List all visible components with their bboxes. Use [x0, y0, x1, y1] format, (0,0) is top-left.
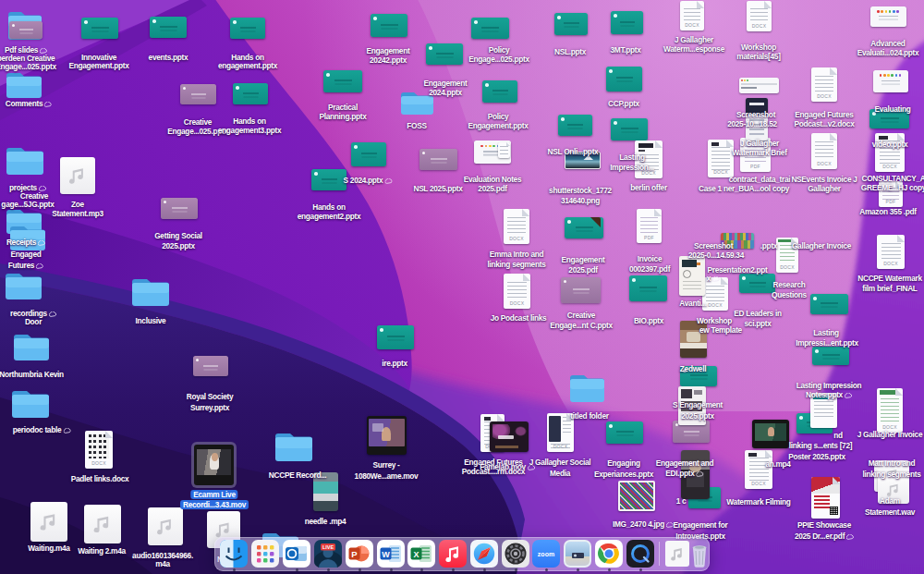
svg-text:zoom: zoom	[538, 551, 554, 557]
svg-text:P: P	[351, 549, 358, 559]
svg-text:X: X	[413, 550, 419, 559]
svg-text:LIVE: LIVE	[322, 544, 334, 550]
svg-text:W: W	[382, 550, 390, 559]
